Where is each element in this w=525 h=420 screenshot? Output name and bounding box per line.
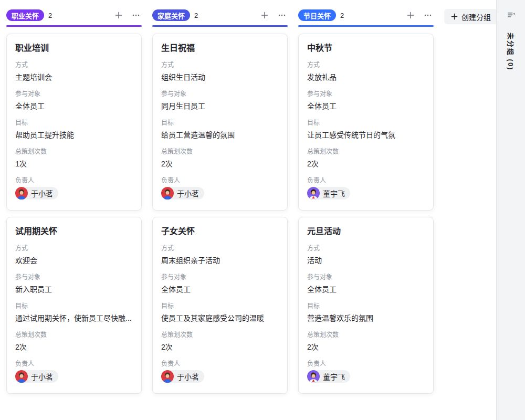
kanban-column-3: 节日关怀 2 中秋节 方式发放礼品 参与对象全体员工 目标让员工感受传统节日的气… [298,8,434,394]
group-count: 2 [48,12,52,19]
hidden-groups-rail: 未分组 (0) [496,0,525,420]
record-card[interactable]: 元旦活动 方式活动 参与对象全体员工 目标营造温馨欢乐的氛围 总策划次数2次 负… [298,217,434,394]
group-color-bar [298,25,434,27]
field-label: 方式 [161,60,279,70]
add-record-button[interactable] [259,9,270,21]
field-label: 负责人 [161,359,279,369]
field-label: 目标 [307,301,425,311]
group-badge[interactable]: 职业关怀 [6,9,44,21]
field-label: 目标 [161,118,279,128]
group-color-bar [152,25,288,27]
person-name: 于小茗 [31,188,53,198]
card-title: 生日祝福 [161,43,279,54]
field-label: 负责人 [307,176,425,185]
field-label: 参与对象 [307,89,425,99]
group-badge[interactable]: 节日关怀 [298,9,336,21]
field-label: 方式 [307,60,425,70]
field-label: 目标 [15,301,133,311]
create-group-button[interactable]: 创建分组 [444,9,496,24]
field-value: 让员工感受传统节日的气氛 [307,129,425,141]
field-value: 2次 [307,158,425,170]
avatar-icon [307,187,320,200]
column-header: 家庭关怀 2 [152,8,288,22]
field-value: 2次 [15,341,133,353]
field-label: 参与对象 [15,272,133,282]
person-name: 于小茗 [31,371,53,382]
add-record-button[interactable] [113,9,124,21]
record-card[interactable]: 试用期关怀 方式欢迎会 参与对象新入职员工 目标通过试用期关怀，使新员工尽快融.… [6,217,142,394]
field-value: 1次 [15,158,133,170]
field-label: 参与对象 [307,272,425,282]
field-value: 活动 [307,255,425,266]
field-label: 参与对象 [161,89,279,99]
record-card[interactable]: 中秋节 方式发放礼品 参与对象全体员工 目标让员工感受传统节日的气氛 总策划次数… [298,34,434,211]
field-value: 发放礼品 [307,71,425,83]
field-value: 给员工营造温馨的氛围 [161,129,279,141]
field-value: 同月生日员工 [161,100,279,112]
avatar-icon [15,370,28,383]
field-value: 营造温馨欢乐的氛围 [307,312,425,324]
card-title: 试用期关怀 [15,226,133,237]
field-value: 全体员工 [307,100,425,112]
field-label: 方式 [15,60,133,70]
person-tag: 董宇飞 [307,187,350,200]
record-card[interactable]: 生日祝福 方式组织生日活动 参与对象同月生日员工 目标给员工营造温馨的氛围 总策… [152,34,288,211]
ungrouped-label[interactable]: 未分组 (0) [506,33,516,71]
field-value: 2次 [161,341,279,353]
record-card[interactable]: 子女关怀 方式周末组织亲子活动 参与对象全体员工 目标使员工及其家庭感受公司的温… [152,217,288,394]
person-tag: 于小茗 [161,187,204,200]
field-value: 全体员工 [307,284,425,295]
group-count: 2 [340,12,344,19]
field-label: 总策划次数 [161,330,279,340]
group-more-button[interactable] [130,9,142,21]
record-card[interactable]: 职业培训 方式主题培训会 参与对象全体员工 目标帮助员工提升技能 总策划次数1次… [6,34,142,211]
group-color-bar [6,25,142,27]
field-label: 总策划次数 [161,147,279,156]
kanban-board: 职业关怀 2 职业培训 方式主题培训会 参与对象全体员工 目标帮助员工提升技能 … [0,0,496,420]
create-group-label: 创建分组 [461,12,491,22]
person-tag: 于小茗 [161,370,204,383]
field-label: 目标 [15,118,133,128]
field-label: 参与对象 [161,272,279,282]
field-value: 组织生日活动 [161,71,279,83]
field-value: 使员工及其家庭感受公司的温暖 [161,312,279,324]
person-name: 于小茗 [177,371,199,382]
person-tag: 于小茗 [15,187,58,200]
field-value: 欢迎会 [15,255,133,266]
person-tag: 于小茗 [15,370,58,383]
group-count: 2 [194,12,198,19]
collapsed-groups-icon[interactable] [505,8,517,21]
field-label: 总策划次数 [15,330,133,340]
person-name: 董宇飞 [323,371,345,382]
field-value: 通过试用期关怀，使新员工尽快融... [15,312,133,324]
field-value: 帮助员工提升技能 [15,129,133,141]
avatar-icon [307,370,320,383]
person-tag: 董宇飞 [307,370,350,383]
field-value: 主题培训会 [15,71,133,83]
group-more-button[interactable] [276,9,288,21]
card-title: 职业培训 [15,43,133,54]
field-label: 总策划次数 [15,147,133,156]
card-title: 中秋节 [307,43,425,54]
field-label: 目标 [161,301,279,311]
field-value: 周末组织亲子活动 [161,255,279,266]
field-value: 新入职员工 [15,284,133,295]
card-title: 子女关怀 [161,226,279,237]
card-title: 元旦活动 [307,226,425,237]
add-record-button[interactable] [405,9,416,21]
avatar-icon [15,187,28,200]
field-value: 全体员工 [161,284,279,295]
field-label: 总策划次数 [307,147,425,156]
field-label: 方式 [161,244,279,253]
field-label: 目标 [307,118,425,128]
field-value: 2次 [161,158,279,170]
field-label: 方式 [15,244,133,253]
avatar-icon [161,370,174,383]
field-label: 负责人 [161,176,279,185]
group-badge[interactable]: 家庭关怀 [152,9,190,21]
group-more-button[interactable] [422,9,434,21]
field-label: 参与对象 [15,89,133,99]
field-label: 总策划次数 [307,330,425,340]
kanban-column-2: 家庭关怀 2 生日祝福 方式组织生日活动 参与对象同月生日员工 目标给员工营造温… [152,8,288,394]
kanban-column-1: 职业关怀 2 职业培训 方式主题培训会 参与对象全体员工 目标帮助员工提升技能 … [6,8,142,394]
